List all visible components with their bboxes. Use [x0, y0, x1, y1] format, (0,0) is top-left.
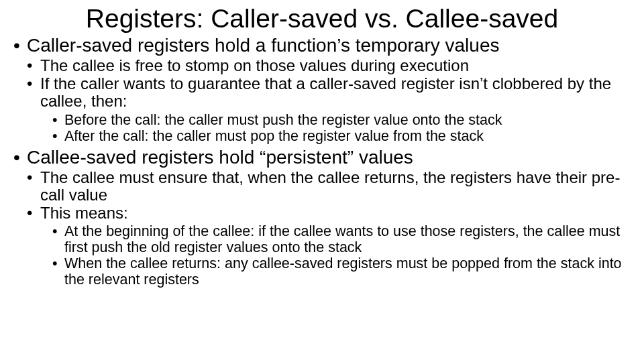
- bullet-text: Caller-saved registers hold a function’s…: [27, 35, 499, 56]
- slide-body: Caller-saved registers hold a function’s…: [0, 34, 644, 288]
- bullet-before-call: Before the call: the caller must push th…: [52, 112, 631, 128]
- bullet-list-level3: At the beginning of the callee: if the c…: [52, 223, 631, 288]
- bullet-after-call: After the call: the caller must pop the …: [52, 128, 631, 144]
- bullet-callee-saved: Callee-saved registers hold “persistent”…: [13, 147, 631, 288]
- bullet-caller-guarantee: If the caller wants to guarantee that a …: [27, 75, 631, 144]
- bullet-list-level2: The callee must ensure that, when the ca…: [27, 169, 631, 288]
- bullet-callee-returns: When the callee returns: any callee-save…: [52, 255, 631, 288]
- bullet-list-level3: Before the call: the caller must push th…: [52, 112, 631, 144]
- bullet-this-means: This means: At the beginning of the call…: [27, 204, 631, 288]
- bullet-list-level1: Caller-saved registers hold a function’s…: [13, 35, 631, 288]
- bullet-text: Callee-saved registers hold “persistent”…: [27, 147, 413, 168]
- bullet-text: When the callee returns: any callee-save…: [64, 255, 622, 288]
- bullet-text: The callee must ensure that, when the ca…: [40, 168, 620, 204]
- bullet-beginning-callee: At the beginning of the callee: if the c…: [52, 223, 631, 255]
- slide-title: Registers: Caller-saved vs. Callee-saved: [0, 0, 644, 34]
- slide: Registers: Caller-saved vs. Callee-saved…: [0, 0, 644, 362]
- bullet-callee-stomp: The callee is free to stomp on those val…: [27, 57, 631, 74]
- bullet-callee-ensure: The callee must ensure that, when the ca…: [27, 169, 631, 204]
- bullet-caller-saved: Caller-saved registers hold a function’s…: [13, 35, 631, 144]
- bullet-text: Before the call: the caller must push th…: [64, 112, 502, 128]
- bullet-text: After the call: the caller must pop the …: [64, 128, 484, 144]
- bullet-text: If the caller wants to guarantee that a …: [40, 74, 611, 110]
- bullet-text: The callee is free to stomp on those val…: [40, 56, 469, 74]
- bullet-text: At the beginning of the callee: if the c…: [64, 223, 620, 255]
- bullet-text: This means:: [40, 204, 128, 222]
- bullet-list-level2: The callee is free to stomp on those val…: [27, 57, 631, 143]
